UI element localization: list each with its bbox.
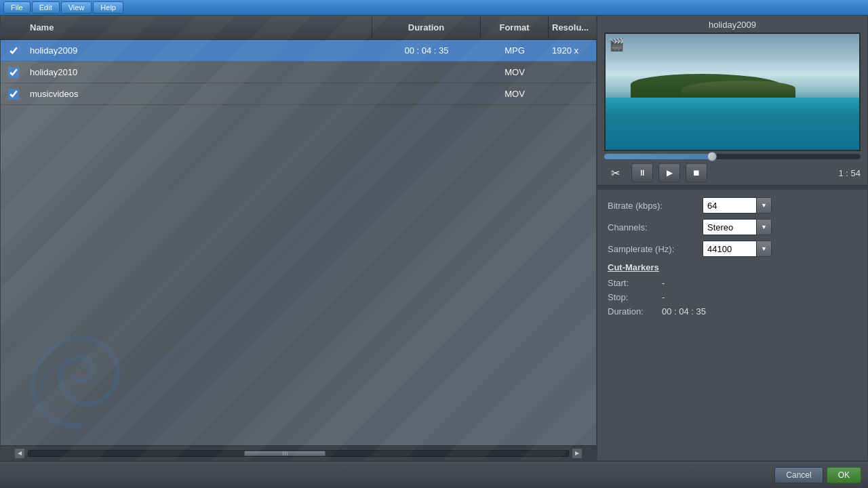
samplerate-input[interactable] [703,241,757,257]
row-name-2: holiday2010 [26,63,372,81]
cut-duration-label: Duration: [608,306,662,317]
pause-button[interactable]: ⏸ [631,163,653,182]
th-duration[interactable]: Duration [372,17,481,38]
channels-input[interactable] [703,219,757,235]
row-format-3: MOV [481,85,549,103]
row-resolution-2 [549,68,596,77]
main-layout: Name Duration Format Resolu... holiday20… [0,15,868,461]
samplerate-dropdown-btn[interactable]: ▼ [757,241,772,257]
scissors-button[interactable]: ✂ [604,163,626,182]
bitrate-input[interactable] [703,197,757,214]
ok-button[interactable]: OK [827,467,861,483]
row-resolution-1: 1920 x [549,41,596,60]
file-list-panel: Name Duration Format Resolu... holiday20… [0,15,597,461]
video-preview: 🎬 [604,33,861,151]
row-duration-1: 00 : 04 : 35 [372,41,481,60]
panel-divider [597,185,867,190]
row-duration-3 [372,90,481,98]
properties-panel: Bitrate (kbps): ▼ Channels: ▼ Samplerate… [597,190,867,460]
checkbox-2[interactable] [8,67,19,78]
video-time: 1 : 54 [838,168,861,178]
cut-stop-row: Stop: - [608,292,857,302]
table-header: Name Duration Format Resolu... [1,16,596,40]
table-row[interactable]: holiday2009 00 : 04 : 35 MPG 1920 x [1,40,596,62]
bitrate-dropdown-btn[interactable]: ▼ [757,197,772,214]
checkbox-3[interactable] [8,89,19,100]
stop-button[interactable]: ⏹ [686,163,707,182]
cut-markers-section: Cut-Markers Start: - Stop: - Duration: 0… [608,262,857,317]
samplerate-label: Samplerate (Hz): [608,244,703,254]
menu-help[interactable]: Help [93,1,123,14]
channels-dropdown-btn[interactable]: ▼ [757,219,772,235]
cut-stop-label: Stop: [608,292,662,302]
row-resolution-3 [549,90,596,98]
video-progress-fill [604,154,712,159]
cut-start-value: - [662,278,665,288]
th-name[interactable]: Name [26,17,372,38]
channels-label: Channels: [608,222,703,232]
video-progress-track[interactable] [604,154,861,159]
row-checkbox-2[interactable] [1,67,26,78]
menu-edit[interactable]: Edit [32,1,60,14]
cut-markers-title: Cut-Markers [608,262,857,272]
cut-duration-value: 00 : 04 : 35 [662,306,706,317]
row-duration-2 [372,68,481,77]
cut-start-row: Start: - [608,278,857,288]
row-name-1: holiday2009 [26,41,372,60]
row-checkbox-3[interactable] [1,89,26,100]
scroll-thumb[interactable] [244,451,326,456]
scroll-track[interactable] [28,450,569,457]
film-icon: 🎬 [609,37,624,52]
row-checkbox-1[interactable] [1,45,26,56]
channels-row: Channels: ▼ [608,219,857,235]
bitrate-label: Bitrate (kbps): [608,201,703,211]
video-controls: ✂ ⏸ ▶ ⏹ 1 : 54 [597,151,867,185]
menu-file[interactable]: File [3,1,31,14]
cancel-button[interactable]: Cancel [774,467,823,483]
right-panel: holiday2009 🎬 ✂ ⏸ ▶ ⏹ 1 : 54 [597,15,868,461]
horizontal-scrollbar: ◀ ▶ [1,445,596,460]
cut-start-label: Start: [608,278,662,288]
video-title: holiday2009 [597,16,867,33]
channels-input-group: ▼ [703,219,772,235]
table-row[interactable]: holiday2010 MOV [1,62,596,83]
video-preview-inner: 🎬 [606,34,859,150]
scroll-right-arrow[interactable]: ▶ [572,448,583,459]
row-name-3: musicvideos [26,85,372,103]
row-format-1: MPG [481,41,549,60]
samplerate-input-group: ▼ [703,241,772,257]
top-bar: File Edit View Help [0,0,868,15]
checkbox-1[interactable] [8,45,19,56]
video-progress-handle[interactable] [707,152,717,161]
bitrate-row: Bitrate (kbps): ▼ [608,197,857,214]
bitrate-input-group: ▼ [703,197,772,214]
row-format-2: MOV [481,63,549,81]
scroll-grip [283,451,288,455]
video-island2 [682,81,795,98]
table-body: holiday2009 00 : 04 : 35 MPG 1920 x holi… [1,40,596,445]
cut-duration-row: Duration: 00 : 04 : 35 [608,306,857,317]
video-water [606,98,859,150]
bottom-bar: Cancel OK [0,461,868,488]
scroll-left-arrow[interactable]: ◀ [14,448,25,459]
cut-stop-value: - [662,292,665,302]
play-button[interactable]: ▶ [658,163,680,182]
th-format[interactable]: Format [481,17,549,38]
table-row[interactable]: musicvideos MOV [1,83,596,105]
video-buttons: ✂ ⏸ ▶ ⏹ 1 : 54 [604,163,861,182]
menu-view[interactable]: View [61,1,92,14]
samplerate-row: Samplerate (Hz): ▼ [608,241,857,257]
th-resolution[interactable]: Resolu... [549,17,596,38]
